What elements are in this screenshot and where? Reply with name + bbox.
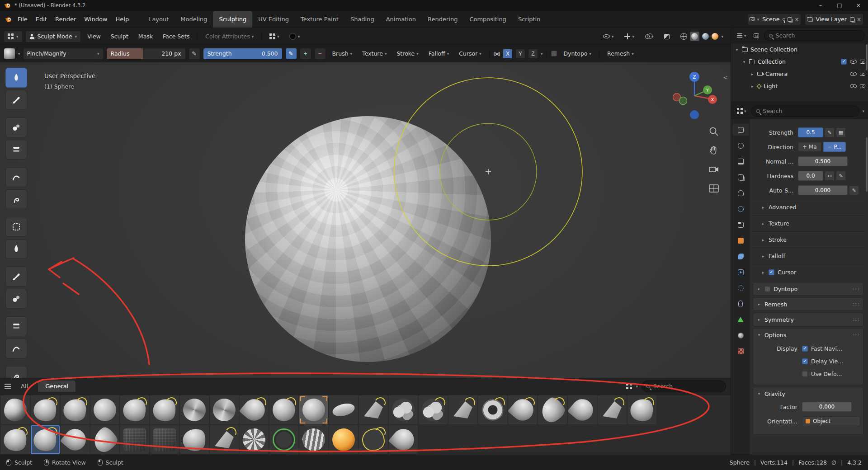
panel-options-header[interactable]: ▾Options∷∷ <box>753 329 863 341</box>
row-label[interactable]: Collection <box>758 58 786 65</box>
proportional-editing-button[interactable]: ▾ <box>266 31 283 42</box>
remesh-popover[interactable]: Remesh▾ <box>604 48 637 60</box>
remove-view-layer-icon[interactable]: × <box>857 16 861 23</box>
fast-navigate-checkbox[interactable] <box>802 346 808 352</box>
color-attributes-dropdown[interactable]: Color Attributes▾ <box>202 31 257 42</box>
brush-thumbnail-curl[interactable] <box>150 395 179 424</box>
brush-name-dropdown[interactable]: Pinch/Magnify▾ <box>23 48 104 60</box>
render-visibility-icon[interactable] <box>860 72 865 76</box>
view-layer-name[interactable]: View Layer <box>815 16 848 23</box>
cursor-popover[interactable]: Cursor▾ <box>455 48 485 60</box>
brush-thumbnail-hook[interactable] <box>90 425 119 454</box>
chevron-down-icon[interactable]: ▾ <box>636 384 638 389</box>
brush-popover[interactable]: Brush▾ <box>329 48 356 60</box>
gravity-factor-field[interactable]: 0.000 <box>802 402 852 412</box>
grid-toggle-icon[interactable] <box>708 183 720 194</box>
symmetry-x-toggle[interactable]: X <box>503 49 513 59</box>
zoom-icon[interactable] <box>708 126 720 137</box>
menu-render[interactable]: Render <box>51 13 80 25</box>
properties-tab-collection[interactable] <box>732 219 749 230</box>
brush-thumbnail-wedge[interactable] <box>448 395 477 424</box>
outliner-search-input[interactable] <box>776 32 860 39</box>
brush-thumbnail-round[interactable] <box>299 395 328 424</box>
eye-icon[interactable] <box>850 60 857 64</box>
menu-help[interactable]: Help <box>112 13 133 25</box>
panel-gravity-header[interactable]: ▾Gravity <box>753 387 863 400</box>
shading-material-icon[interactable] <box>702 33 709 40</box>
brush-thumbnail-outline[interactable] <box>359 425 388 454</box>
brush-preview-icon[interactable] <box>4 48 15 60</box>
texture-mask-icon[interactable]: ▦ <box>836 127 846 137</box>
menu-sculpt[interactable]: Sculpt <box>107 31 132 42</box>
chevron-down-icon[interactable]: ▾ <box>541 52 543 56</box>
properties-tab-object-data[interactable] <box>732 314 749 325</box>
drag-handle-icon[interactable]: ∷∷ <box>853 302 859 307</box>
brush-thumbnail-ring[interactable] <box>478 395 507 424</box>
row-label[interactable]: Scene Collection <box>750 46 797 53</box>
chevron-down-icon[interactable]: ▾ <box>18 52 20 56</box>
shelf-tab-general[interactable]: General <box>38 381 75 392</box>
properties-tab-particles[interactable] <box>732 266 749 278</box>
expand-icon[interactable]: ▸ <box>750 84 755 89</box>
brush-thumbnail-ring-green[interactable] <box>269 425 298 454</box>
brush-thumbnail-blob2[interactable] <box>1 395 30 424</box>
radius-pressure-button[interactable]: ✎ <box>189 48 200 60</box>
editor-type-button[interactable]: ▾ <box>4 31 23 42</box>
render-visibility-icon[interactable] <box>860 84 865 88</box>
region-toggle-arrow[interactable]: < <box>723 74 728 81</box>
tool-clay-strips[interactable] <box>5 140 27 160</box>
menu-file[interactable]: File <box>14 13 32 25</box>
radius-slider[interactable]: Radius 210 px <box>106 48 186 60</box>
close-button[interactable]: × <box>849 0 868 11</box>
shading-solid-icon[interactable] <box>691 33 698 40</box>
properties-tab-scene[interactable] <box>732 187 749 199</box>
tool-grab[interactable] <box>5 338 27 358</box>
invert-icon[interactable]: ↔ <box>825 171 835 181</box>
scene-icon[interactable] <box>750 17 755 21</box>
menu-edit[interactable]: Edit <box>32 13 51 25</box>
xray-toggle[interactable] <box>660 31 673 42</box>
tool-draw[interactable] <box>5 68 27 88</box>
brush-thumbnail-round[interactable] <box>90 395 119 424</box>
overlays-dropdown[interactable]: ▾ <box>642 31 657 42</box>
brush-thumbnail-spiral[interactable] <box>240 425 269 454</box>
eye-icon[interactable] <box>850 72 857 76</box>
tool-draw-sharp[interactable] <box>5 90 27 110</box>
direction-magnify-button[interactable]: + Ma <box>798 142 821 152</box>
drag-handle-icon[interactable]: ∷∷ <box>853 287 859 291</box>
subpanel-cursor[interactable]: ▸Cursor <box>752 264 864 280</box>
outliner-row-camera[interactable]: ▸ Camera <box>731 68 868 80</box>
shelf-tab-all[interactable]: All <box>14 381 35 392</box>
workspace-tab-shading[interactable]: Shading <box>344 11 380 28</box>
brush-thumbnail-curl[interactable] <box>627 395 656 424</box>
subpanel-texture[interactable]: ▸Texture <box>752 215 864 231</box>
brush-thumbnail-wave[interactable] <box>299 425 328 454</box>
properties-tab-tool[interactable] <box>732 124 749 136</box>
pressure-icon[interactable]: ✎ <box>849 185 859 195</box>
drag-handle-icon[interactable]: ∷∷ <box>853 317 859 322</box>
brush-thumbnail-curl[interactable] <box>120 395 149 424</box>
outliner-search[interactable] <box>764 30 865 41</box>
dyntopo-popover[interactable]: Dyntopo▾ <box>560 48 595 60</box>
cursor-checkbox[interactable] <box>769 269 774 275</box>
pin-icon[interactable] <box>783 18 785 21</box>
chevron-down-icon[interactable]: ▾ <box>721 34 723 39</box>
brush-thumbnail-curl[interactable] <box>31 425 60 454</box>
normal-radius-field[interactable]: 0.500 <box>798 156 848 166</box>
brush-thumbnail-swirl[interactable] <box>210 395 239 424</box>
properties-tab-modifiers[interactable] <box>732 250 749 262</box>
tool-layer[interactable] <box>5 167 27 187</box>
direction-add-button[interactable]: + <box>300 48 311 60</box>
tool-scrape[interactable] <box>5 289 27 309</box>
outliner-filter-button[interactable] <box>751 30 761 41</box>
workspace-tab-sculpting[interactable]: Sculpting <box>213 11 252 28</box>
expand-icon[interactable]: ▸ <box>750 72 755 76</box>
brush-thumbnail-drop[interactable] <box>240 395 269 424</box>
properties-scrollbar[interactable] <box>866 137 868 192</box>
symmetry-z-toggle[interactable]: Z <box>528 49 538 59</box>
gizmos-dropdown[interactable]: ▾ <box>621 31 638 42</box>
tool-crease[interactable] <box>5 217 27 237</box>
outliner-row-collection[interactable]: ▾ Collection <box>731 56 868 68</box>
workspace-tab-compositing[interactable]: Compositing <box>463 11 512 28</box>
workspace-tab-animation[interactable]: Animation <box>380 11 422 28</box>
